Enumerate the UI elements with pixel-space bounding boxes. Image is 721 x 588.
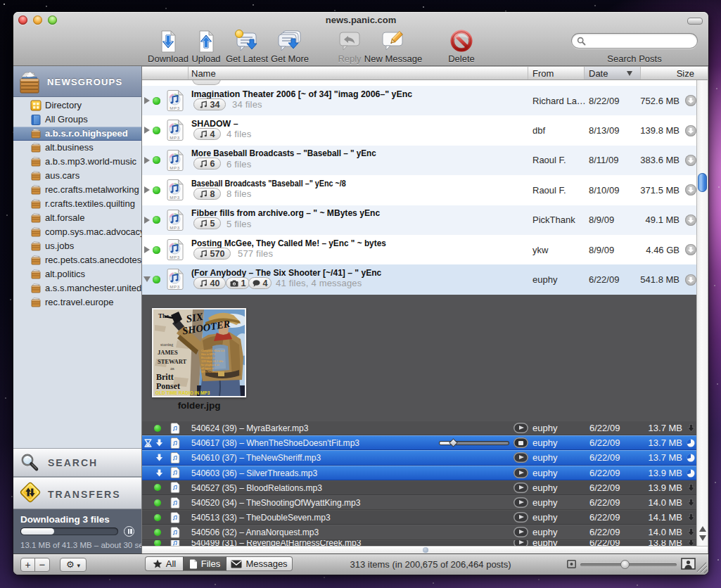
svg-text:MP3: MP3 [170,195,180,200]
svg-text:Encoded at: Encoded at [201,357,215,359]
svg-text:MP3: MP3 [170,255,180,260]
svg-text:Ponset: Ponset [156,381,180,391]
svg-text:Britt: Britt [156,372,174,382]
svg-text:all types of: all types of [201,367,215,370]
svg-text:MP3: MP3 [170,224,180,229]
svg-text:files in MP3: files in MP3 [201,353,215,356]
svg-text:starring: starring [160,343,173,347]
svg-text:128 kbps 44.1 kHz: 128 kbps 44.1 kHz [201,360,224,363]
svg-text:JAMES: JAMES [158,349,178,356]
svg-text:The: The [158,312,169,319]
svg-text:MP3: MP3 [170,106,180,110]
svg-text:MP3 Hardware: MP3 Hardware [201,371,219,373]
svg-text:MP3: MP3 [170,165,180,170]
svg-text:STEWART: STEWART [158,358,187,365]
svg-text:OLD TIME RADIO IN MP3: OLD TIME RADIO IN MP3 [155,390,210,395]
svg-text:MP3: MP3 [170,135,180,140]
svg-text:MP3: MP3 [170,284,180,289]
svg-text:Complete Show run: Complete Show run [201,350,224,352]
svg-text:as: as [170,366,174,371]
svg-text:for playback on: for playback on [201,364,219,366]
